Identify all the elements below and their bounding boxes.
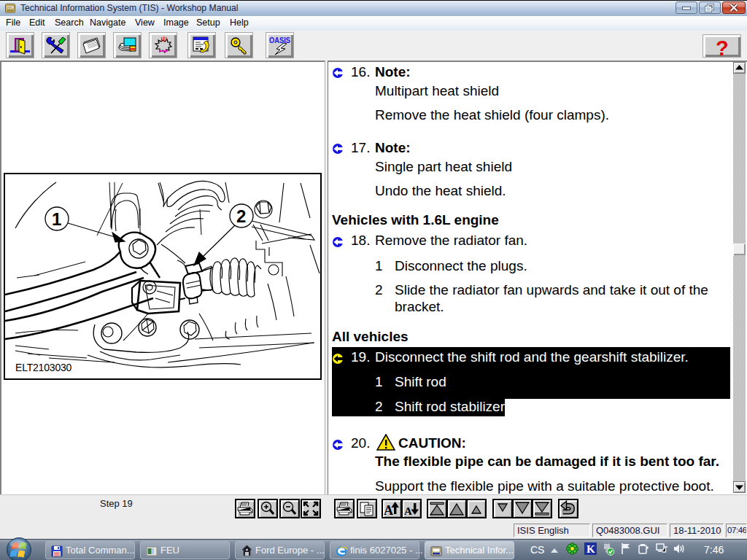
svg-text:OASIS: OASIS: [269, 36, 290, 44]
svg-text:K: K: [587, 543, 595, 555]
svg-text:1: 1: [52, 209, 61, 229]
svg-text:?: ?: [716, 37, 729, 58]
svg-text:A: A: [404, 505, 412, 517]
svg-text:2: 2: [236, 206, 246, 226]
svg-text:A: A: [384, 503, 393, 517]
